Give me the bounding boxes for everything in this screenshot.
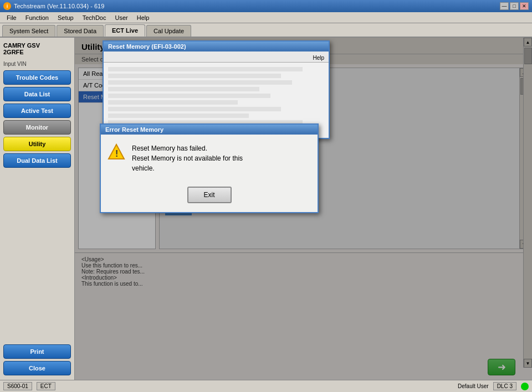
- trouble-codes-button[interactable]: Trouble Codes: [3, 70, 71, 85]
- tab-bar: System Select Stored Data ECT Live Cal U…: [0, 23, 532, 38]
- dlc-label: DLC 3: [493, 382, 516, 390]
- error-message: Reset Memory has failed. Reset Memory is…: [132, 143, 243, 173]
- reset-memory-title: Reset Memory (EFI-03-002): [108, 43, 186, 50]
- menu-bar: File Function Setup TechDoc User Help: [0, 12, 532, 23]
- print-button[interactable]: Print: [3, 344, 71, 359]
- error-buttons: Exit: [101, 182, 318, 212]
- title-bar: i Techstream (Ver.11.10.034) - 619 — □ ✕: [0, 0, 532, 12]
- exit-button[interactable]: Exit: [187, 187, 232, 203]
- maximize-button[interactable]: □: [510, 2, 519, 10]
- dlc-indicator: [521, 383, 529, 390]
- window-controls: — □ ✕: [500, 2, 529, 10]
- tab-cal-update[interactable]: Cal Update: [146, 25, 191, 37]
- app-icon: i: [3, 2, 11, 10]
- error-dialog: Error Reset Memory ! Reset Memory has fa…: [100, 123, 319, 213]
- warning-icon: !: [108, 143, 125, 161]
- sidebar: CAMRY GSV 2GRFE Input VIN Trouble Codes …: [0, 38, 75, 380]
- error-titlebar: Error Reset Memory: [101, 125, 318, 135]
- menu-setup[interactable]: Setup: [53, 13, 78, 22]
- status-segment2: ECT: [37, 382, 55, 390]
- close-button[interactable]: Close: [3, 361, 71, 375]
- utility-button[interactable]: Utility: [3, 137, 71, 151]
- main-layout: CAMRY GSV 2GRFE Input VIN Trouble Codes …: [0, 38, 532, 380]
- content-area: Utility Selection Menu Select desired Ut…: [75, 38, 532, 380]
- status-bar: S600-01 ECT Default User DLC 3: [0, 380, 532, 392]
- svg-text:!: !: [115, 149, 118, 158]
- monitor-button[interactable]: Monitor: [3, 120, 71, 135]
- active-test-button[interactable]: Active Test: [3, 104, 71, 118]
- window-title: Techstream (Ver.11.10.034) - 619: [14, 3, 500, 9]
- status-segment1: S600-01: [3, 382, 32, 390]
- tab-system-select[interactable]: System Select: [2, 25, 55, 37]
- close-button[interactable]: ✕: [520, 2, 529, 10]
- error-body: ! Reset Memory has failed. Reset Memory …: [101, 135, 318, 182]
- dialog-help[interactable]: Help: [104, 54, 329, 63]
- dual-data-list-button[interactable]: Dual Data List: [3, 153, 71, 168]
- data-list-button[interactable]: Data List: [3, 87, 71, 101]
- menu-help[interactable]: Help: [132, 13, 154, 22]
- menu-function[interactable]: Function: [21, 13, 53, 22]
- minimize-button[interactable]: —: [500, 2, 509, 10]
- menu-file[interactable]: File: [2, 13, 21, 22]
- default-user-label: Default User: [458, 383, 489, 389]
- vehicle-name: CAMRY GSV 2GRFE: [3, 42, 71, 55]
- input-vin-label: Input VIN: [3, 61, 71, 67]
- tab-ect-live[interactable]: ECT Live: [105, 24, 145, 37]
- reset-memory-titlebar: Reset Memory (EFI-03-002): [104, 42, 329, 51]
- menu-user[interactable]: User: [110, 13, 132, 22]
- menu-techdoc[interactable]: TechDoc: [78, 13, 111, 22]
- tab-stored-data[interactable]: Stored Data: [57, 25, 104, 37]
